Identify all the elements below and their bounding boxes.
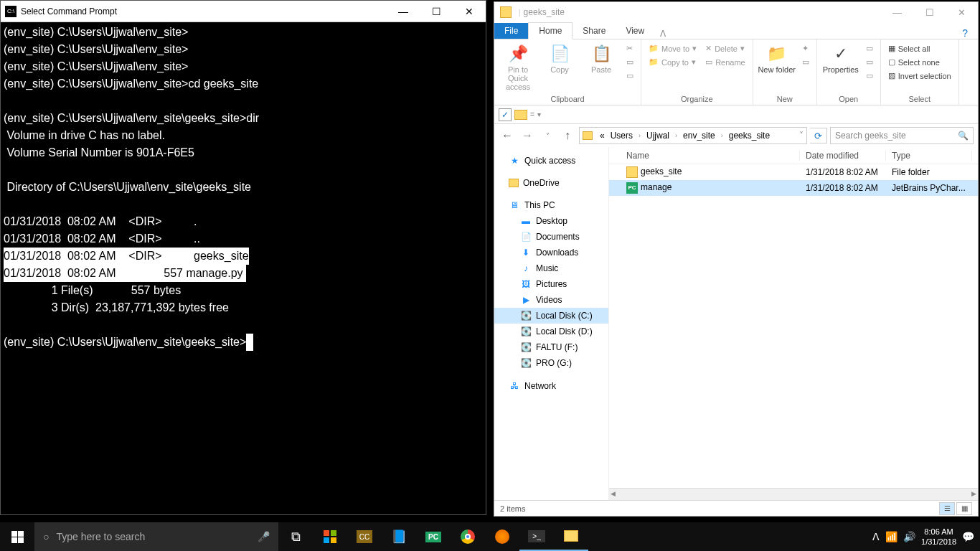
addr-dropdown-icon[interactable]: ˅ — [799, 131, 804, 141]
nav-local-c[interactable]: 💽Local Disk (C:) — [494, 308, 608, 324]
taskbar-pycharm[interactable]: PC — [416, 522, 451, 551]
open-button[interactable]: ▭ — [863, 42, 876, 55]
back-button[interactable]: ← — [499, 127, 516, 144]
cmd-selected-line[interactable]: 01/31/2018 08:02 AM <DIR> geeks_site — [4, 248, 249, 265]
delete-button[interactable]: ✕Delete ▾ — [702, 42, 748, 55]
chevron-right-icon: › — [639, 132, 641, 139]
qat-folder-icon[interactable] — [514, 110, 527, 120]
selectall-button[interactable]: ▦Select all — [885, 42, 954, 55]
invert-button[interactable]: ▨Invert selection — [885, 70, 954, 82]
paste-button[interactable]: 📋Paste — [582, 42, 621, 91]
nav-pro[interactable]: 💽PRO (G:) — [494, 355, 608, 371]
cmd-output[interactable]: (env_site) C:\Users\Ujjwal\env_site> (en… — [1, 22, 486, 514]
tab-file[interactable]: File — [494, 23, 528, 39]
moveto-button[interactable]: 📁Move to ▾ — [646, 42, 699, 55]
volume-icon[interactable]: 🔊 — [903, 531, 915, 542]
tray-clock[interactable]: 8:06 AM 1/31/2018 — [921, 527, 956, 547]
tab-share[interactable]: Share — [573, 23, 616, 39]
cortana-icon: ○ — [43, 531, 49, 542]
paste-shortcut-button[interactable]: ▭ — [623, 70, 636, 82]
nav-onedrive[interactable]: OneDrive — [494, 176, 608, 190]
cmd-selected-line[interactable]: 01/31/2018 08:02 AM 557 manage.py — [4, 265, 246, 282]
horizontal-scrollbar[interactable] — [609, 488, 978, 500]
wifi-icon[interactable]: 📶 — [885, 531, 897, 542]
nav-videos[interactable]: ▶Videos — [494, 292, 608, 308]
up-button[interactable]: ↑ — [559, 127, 576, 144]
history-button[interactable]: ▭ — [863, 70, 876, 82]
mic-icon[interactable]: 🎤 — [258, 531, 270, 542]
breadcrumb-item[interactable]: env_site — [680, 131, 718, 141]
copyto-button[interactable]: 📁Copy to ▾ — [646, 56, 699, 68]
edit-button[interactable]: ▭ — [863, 56, 876, 68]
view-details-button[interactable]: ☰ — [939, 502, 955, 515]
header-type[interactable]: Type — [886, 151, 972, 161]
address-bar[interactable]: « Users› Ujjwal› env_site› geeks_site ˅ — [579, 127, 807, 144]
qat-dropdown-icon[interactable]: ▾ — [537, 110, 541, 118]
chevron-right-icon: › — [675, 132, 677, 139]
pin-button[interactable]: 📌Pin to Quick access — [499, 42, 537, 91]
navigation-pane[interactable]: ★Quick access OneDrive 🖥This PC ▬Desktop… — [494, 147, 609, 500]
header-date[interactable]: Date modified — [800, 151, 886, 161]
tray-up-icon[interactable]: ᐱ — [872, 531, 880, 542]
breadcrumb-item[interactable]: geeks_site — [726, 131, 773, 141]
newfolder-button[interactable]: 📁New folder — [758, 42, 796, 74]
breadcrumb-item[interactable]: Ujjwal — [644, 131, 672, 141]
maximize-button[interactable]: ☐ — [420, 1, 453, 22]
taskbar-search[interactable]: ○ Type here to search 🎤 — [34, 522, 278, 551]
qat-customize-icon[interactable]: = — [530, 110, 534, 118]
refresh-button[interactable]: ⟳ — [810, 128, 827, 143]
file-row-folder[interactable]: geeks_site 1/31/2018 8:02 AM File folder — [609, 164, 978, 180]
nav-music[interactable]: ♪Music — [494, 260, 608, 276]
view-large-button[interactable]: ▦ — [956, 502, 972, 515]
taskbar-app1[interactable]: 📘 — [382, 522, 416, 551]
task-view-button[interactable]: ⧉ — [278, 522, 313, 551]
cmd-titlebar[interactable]: C:\ Select Command Prompt ― ☐ ✕ — [1, 1, 486, 22]
breadcrumb-item[interactable]: Users — [608, 131, 636, 141]
taskbar-cc[interactable]: CC — [357, 530, 372, 543]
selectnone-button[interactable]: ▢Select none — [885, 56, 954, 68]
forward-button[interactable]: → — [519, 127, 536, 144]
close-button[interactable]: ✕ — [946, 2, 978, 22]
nav-this-pc[interactable]: 🖥This PC — [494, 197, 608, 213]
taskbar-store[interactable] — [313, 522, 347, 551]
ribbon-collapse-icon[interactable]: ᐱ — [654, 29, 672, 39]
help-icon[interactable]: ? — [958, 27, 972, 39]
rename-button[interactable]: ▭Rename — [702, 56, 748, 68]
start-button[interactable] — [0, 522, 34, 551]
properties-button[interactable]: ✓Properties — [821, 42, 860, 82]
nav-faltu[interactable]: 💽FALTU (F:) — [494, 339, 608, 355]
qat-properties-icon[interactable]: ✓ — [499, 108, 512, 121]
column-headers[interactable]: Name Date modified Type — [609, 147, 978, 164]
recent-dropdown[interactable]: ˅ — [539, 127, 556, 144]
nav-quick-access[interactable]: ★Quick access — [494, 153, 608, 169]
taskbar-firefox[interactable] — [485, 522, 519, 551]
taskbar-cmd[interactable]: >_ — [519, 522, 554, 551]
minimize-button[interactable]: ― — [387, 1, 420, 22]
explorer-main: ★Quick access OneDrive 🖥This PC ▬Desktop… — [494, 147, 978, 500]
explorer-titlebar[interactable]: | geeks_site ― ☐ ✕ — [494, 2, 978, 22]
file-row-manage[interactable]: PCmanage 1/31/2018 8:02 AM JetBrains PyC… — [609, 180, 978, 196]
easyaccess-button[interactable]: ▭ — [799, 56, 812, 68]
nav-pictures[interactable]: 🖼Pictures — [494, 276, 608, 292]
copy-path-button[interactable]: ▭ — [623, 56, 636, 68]
maximize-button[interactable]: ☐ — [913, 2, 946, 22]
nav-desktop[interactable]: ▬Desktop — [494, 213, 608, 229]
file-list[interactable]: Name Date modified Type geeks_site 1/31/… — [609, 147, 978, 500]
taskbar-chrome[interactable] — [451, 522, 485, 551]
header-name[interactable]: Name — [621, 151, 800, 161]
close-button[interactable]: ✕ — [453, 1, 486, 22]
copy-button[interactable]: 📄Copy — [540, 42, 579, 91]
cut-button[interactable]: ✂ — [623, 42, 636, 55]
tab-view[interactable]: View — [616, 23, 654, 39]
search-input[interactable]: Search geeks_site 🔍 — [830, 127, 974, 144]
nav-network[interactable]: 🖧Network — [494, 378, 608, 394]
nav-local-d[interactable]: 💽Local Disk (D:) — [494, 324, 608, 339]
newitem-button[interactable]: ✦ — [799, 42, 812, 55]
nav-downloads[interactable]: ⬇Downloads — [494, 245, 608, 260]
notifications-icon[interactable]: 💬 — [962, 531, 974, 542]
tab-home[interactable]: Home — [528, 22, 573, 39]
taskbar-explorer[interactable] — [554, 522, 588, 551]
minimize-button[interactable]: ― — [881, 2, 913, 22]
nav-documents[interactable]: 📄Documents — [494, 229, 608, 245]
downloads-icon: ⬇ — [520, 247, 532, 258]
